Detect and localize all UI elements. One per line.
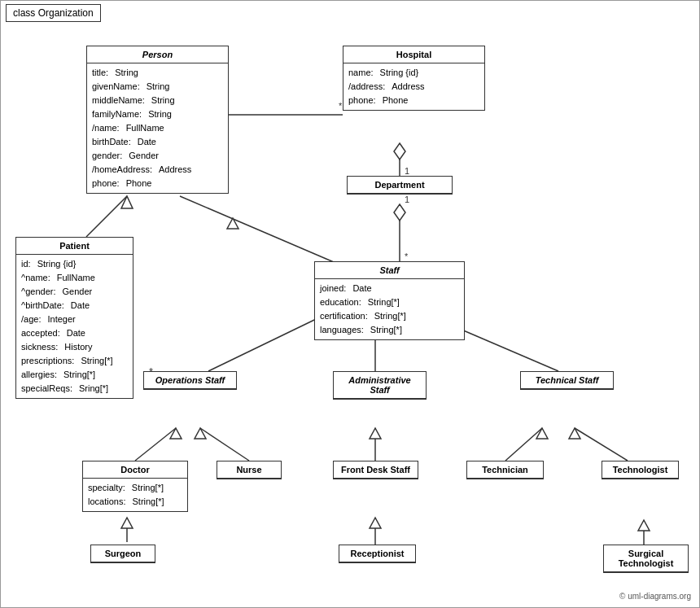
front-desk-staff-box: Front Desk Staff [333, 461, 418, 479]
svg-line-0 [86, 196, 127, 237]
svg-marker-29 [370, 518, 381, 528]
svg-marker-26 [536, 428, 548, 439]
svg-text:1: 1 [405, 195, 409, 204]
technician-box: Technician [466, 461, 544, 479]
svg-line-14 [575, 428, 628, 461]
staff-title: Staff [315, 262, 464, 279]
svg-marker-30 [638, 520, 650, 531]
department-title: Department [348, 177, 452, 194]
svg-line-13 [505, 428, 542, 461]
svg-marker-18 [121, 196, 133, 208]
svg-marker-27 [569, 428, 580, 439]
surgeon-box: Surgeon [90, 545, 155, 563]
receptionist-title: Receptionist [339, 545, 415, 562]
svg-marker-5 [394, 204, 405, 221]
surgical-technologist-box: Surgical Technologist [603, 545, 689, 573]
staff-box: Staff joined:Date education:String[*] ce… [314, 261, 465, 340]
svg-marker-19 [227, 218, 238, 229]
patient-box: Patient id:String {id} ^name:FullName ^g… [15, 237, 133, 399]
technologist-title: Technologist [602, 461, 678, 479]
front-desk-staff-title: Front Desk Staff [334, 461, 418, 479]
nurse-box: Nurse [217, 461, 282, 479]
doctor-body: specialty:String[*] locations:String[*] [83, 479, 187, 511]
person-title: Person [87, 46, 228, 63]
operations-staff-box: Operations Staff [143, 371, 237, 390]
patient-title: Patient [16, 238, 133, 255]
svg-marker-25 [370, 428, 381, 439]
svg-text:1: 1 [405, 166, 409, 176]
svg-line-10 [135, 428, 176, 461]
doctor-title: Doctor [83, 461, 187, 479]
diagram-container: class Organization [0, 0, 700, 608]
surgeon-title: Surgeon [91, 545, 155, 562]
svg-marker-3 [394, 143, 405, 160]
copyright: © uml-diagrams.org [619, 592, 691, 601]
doctor-box: Doctor specialty:String[*] locations:Str… [82, 461, 188, 512]
svg-marker-23 [170, 428, 182, 439]
technical-staff-box: Technical Staff [520, 371, 614, 390]
hospital-body: name:String {id} /address:Address phone:… [343, 63, 484, 110]
svg-line-1 [180, 196, 351, 269]
operations-staff-title: Operations Staff [144, 372, 236, 389]
person-body: title:String givenName:String middleName… [87, 63, 228, 193]
diagram-title: class Organization [6, 4, 101, 22]
svg-marker-28 [121, 518, 133, 528]
hospital-title: Hospital [343, 46, 484, 63]
svg-text:*: * [405, 252, 409, 261]
nurse-title: Nurse [217, 461, 281, 479]
hospital-box: Hospital name:String {id} /address:Addre… [343, 46, 485, 111]
svg-line-11 [200, 428, 249, 461]
technician-title: Technician [467, 461, 543, 479]
surgical-technologist-title: Surgical Technologist [604, 545, 688, 572]
administrative-staff-title: Administrative Staff [334, 372, 426, 399]
technical-staff-title: Technical Staff [521, 372, 613, 389]
administrative-staff-box: Administrative Staff [333, 371, 427, 400]
technologist-box: Technologist [602, 461, 679, 479]
department-box: Department [347, 176, 453, 195]
receptionist-box: Receptionist [339, 545, 416, 563]
svg-marker-24 [195, 428, 206, 439]
person-box: Person title:String givenName:String mid… [86, 46, 229, 194]
staff-body: joined:Date education:String[*] certific… [315, 279, 464, 339]
patient-body: id:String {id} ^name:FullName ^gender:Ge… [16, 255, 133, 398]
